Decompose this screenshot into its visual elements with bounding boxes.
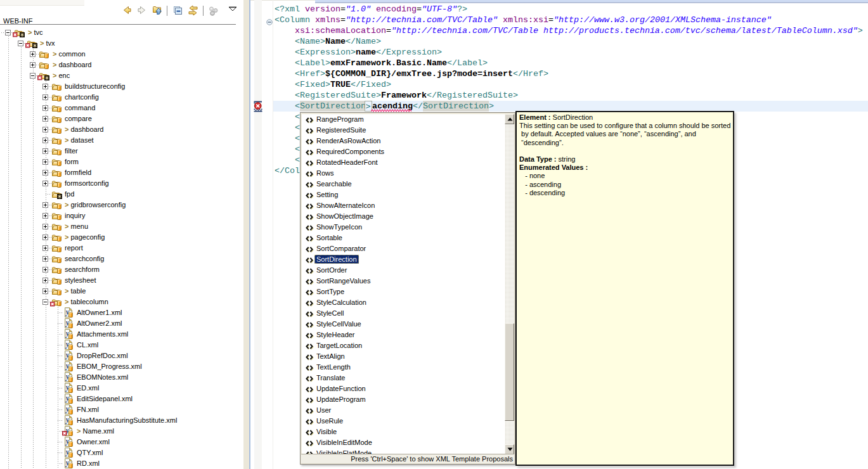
tree-item-CL.xml[interactable]: y CL.xml — [0, 340, 243, 350]
proposal-item-TargetLocation[interactable]: TargetLocation — [301, 341, 504, 352]
proposal-item-SortOrder[interactable]: SortOrder — [301, 266, 504, 276]
proposal-item-ShowObjectImage[interactable]: ShowObjectImage — [301, 212, 504, 222]
tree-expander[interactable] — [18, 41, 23, 46]
tree-expander[interactable] — [42, 234, 48, 240]
proposal-item-UpdateFunction[interactable]: UpdateFunction — [301, 384, 504, 395]
tree-item-dashboard[interactable]: > dashboard — [0, 60, 243, 70]
tree-expander[interactable] — [42, 105, 48, 111]
proposal-list[interactable]: RangeProgram RegisteredSuite RenderAsRow… — [301, 113, 504, 455]
code-line[interactable]: <Name>Name</Name> — [275, 36, 863, 47]
tree-item-gridbrowserconfig[interactable]: > gridbrowserconfig — [0, 200, 243, 210]
tree-item-Attachments.xml[interactable]: y Attachments.xml — [0, 329, 243, 340]
tree-item-AltOwner2.xml[interactable]: y AltOwner2.xml — [0, 318, 243, 329]
proposal-item-TextLength[interactable]: TextLength — [301, 363, 504, 373]
tree-item-tvc[interactable]: > tvc — [0, 27, 243, 38]
tree-expander[interactable] — [42, 288, 48, 294]
tree-item-tablecolumn[interactable]: > tablecolumn — [0, 297, 243, 307]
tree-item-enc[interactable]: > enc — [0, 70, 243, 81]
tree-expander[interactable] — [42, 94, 48, 100]
tree-expander[interactable] — [42, 181, 48, 186]
proposal-scrollbar[interactable] — [505, 114, 514, 454]
tree-expander[interactable] — [42, 84, 48, 89]
code-line[interactable]: <Expression>name</Expression> — [275, 47, 863, 58]
tree-expander[interactable] — [42, 245, 48, 251]
back-button[interactable] — [122, 5, 133, 16]
tree-expander[interactable] — [42, 202, 48, 208]
proposal-item-StyleCell[interactable]: StyleCell — [301, 309, 504, 319]
tree-expander[interactable] — [30, 51, 36, 57]
tree-item-tvx[interactable]: > tvx — [0, 38, 243, 49]
tree-item-dataset[interactable]: > dataset — [0, 135, 243, 146]
tree-item-formsortconfig[interactable]: formsortconfig — [0, 178, 243, 189]
proposal-item-TextAlign[interactable]: TextAlign — [301, 352, 504, 363]
proposal-item-Rows[interactable]: Rows — [301, 169, 504, 179]
proposal-item-UseRule[interactable]: UseRule — [301, 416, 504, 427]
proposal-item-UpdateProgram[interactable]: UpdateProgram — [301, 395, 504, 406]
tree-expander[interactable] — [42, 127, 48, 132]
proposal-item-SortComparator[interactable]: SortComparator — [301, 244, 504, 255]
proposal-item-RangeProgram[interactable]: RangeProgram — [301, 115, 504, 125]
tree-item-table[interactable]: > table — [0, 286, 243, 297]
proposal-item-StyleHeader[interactable]: StyleHeader — [301, 330, 504, 341]
proposal-item-RotatedHeaderFont[interactable]: RotatedHeaderFont — [301, 158, 504, 169]
proposal-item-User[interactable]: User — [301, 406, 504, 416]
view-menu-button[interactable] — [229, 5, 240, 16]
code-line[interactable]: <SortDirection>acending</SortDirection> — [275, 101, 863, 112]
tree-item-formfield[interactable]: formfield — [0, 167, 243, 178]
tree-expander[interactable] — [42, 299, 48, 305]
forward-button[interactable] — [137, 5, 148, 16]
tree-item-common[interactable]: > common — [0, 49, 243, 60]
proposal-item-SortRangeValues[interactable]: SortRangeValues — [301, 276, 504, 287]
tree-expander[interactable] — [42, 213, 48, 219]
tree-expander[interactable] — [42, 224, 48, 229]
tree-item-filter[interactable]: filter — [0, 146, 243, 157]
tree-item-report[interactable]: report — [0, 243, 243, 254]
link-with-editor-button[interactable] — [188, 5, 199, 16]
tree-item-inquiry[interactable]: inquiry — [0, 210, 243, 221]
tree-item-AltOwner1.xml[interactable]: y AltOwner1.xml — [0, 307, 243, 318]
code-line[interactable]: <Label>emxFramework.Basic.Name</Label> — [275, 58, 863, 68]
tree-item-FN.xml[interactable]: y FN.xml — [0, 404, 243, 415]
proposal-item-RenderAsRowAction[interactable]: RenderAsRowAction — [301, 136, 504, 147]
working-sets-button[interactable] — [209, 5, 220, 16]
tree-item-EBOMNotes.xml[interactable]: y EBOMNotes.xml — [0, 372, 243, 383]
proposal-item-StyleCalculation[interactable]: StyleCalculation — [301, 298, 504, 309]
proposal-item-VisibleInEditMode[interactable]: VisibleInEditMode — [301, 438, 504, 449]
tree-expander[interactable] — [30, 62, 36, 68]
tree-expander[interactable] — [42, 159, 48, 165]
scroll-up-button[interactable] — [505, 114, 514, 124]
error-marker[interactable] — [254, 101, 262, 115]
tree-item-HasManufacturingSubstitute.xml[interactable]: y HasManufacturingSubstitute.xml — [0, 415, 243, 426]
tree-expander[interactable] — [42, 148, 48, 154]
tree-expander[interactable] — [5, 30, 11, 35]
proposal-item-ShowAlternateIcon[interactable]: ShowAlternateIcon — [301, 201, 504, 212]
tree-item-chartconfig[interactable]: chartconfig — [0, 92, 243, 103]
tree-item-dashboard[interactable]: > dashboard — [0, 124, 243, 135]
tree-item-stylesheet[interactable]: stylesheet — [0, 275, 243, 286]
proposal-item-Sortable[interactable]: Sortable — [301, 233, 504, 244]
scrollbar-thumb[interactable] — [505, 323, 514, 421]
fold-collapse-marker[interactable] — [266, 16, 273, 28]
tree-item-command[interactable]: command — [0, 103, 243, 113]
annotation-ruler[interactable] — [254, 0, 262, 469]
proposal-item-Searchable[interactable]: Searchable — [301, 179, 504, 190]
code-line[interactable]: <?xml version="1.0" encoding="UTF-8"?> — [275, 4, 863, 15]
proposal-item-StyleCellValue[interactable]: StyleCellValue — [301, 319, 504, 330]
code-line[interactable]: <Column xmlns="http://technia.com/TVC/Ta… — [275, 15, 863, 25]
proposal-item-Setting[interactable]: Setting — [301, 190, 504, 201]
code-line[interactable]: <RegisteredSuite>Framework</RegisteredSu… — [275, 90, 863, 101]
tree-expander[interactable] — [42, 138, 48, 143]
proposal-item-RegisteredSuite[interactable]: RegisteredSuite — [301, 125, 504, 136]
tree-item-searchform[interactable]: searchform — [0, 264, 243, 275]
up-button[interactable] — [152, 5, 164, 16]
proposal-item-RequiredComponents[interactable]: RequiredComponents — [301, 147, 504, 158]
tree-expander[interactable] — [42, 278, 48, 283]
tree-expander[interactable] — [30, 73, 36, 79]
tree-item-fpd[interactable]: fpd — [0, 189, 243, 200]
code-line[interactable]: <Href>${COMMON_DIR}/emxTree.jsp?mode=ins… — [275, 68, 863, 79]
tree-item-Owner.xml[interactable]: y Owner.xml — [0, 437, 243, 447]
tree-item-EBOM_Progress.xml[interactable]: y EBOM_Progress.xml — [0, 361, 243, 372]
code-line[interactable]: xsi:schemaLocation="http://technia.com/T… — [275, 25, 863, 36]
proposal-item-ShowTypeIcon[interactable]: ShowTypeIcon — [301, 222, 504, 233]
tree-item-buildstructureconfig[interactable]: buildstructureconfig — [0, 81, 243, 92]
